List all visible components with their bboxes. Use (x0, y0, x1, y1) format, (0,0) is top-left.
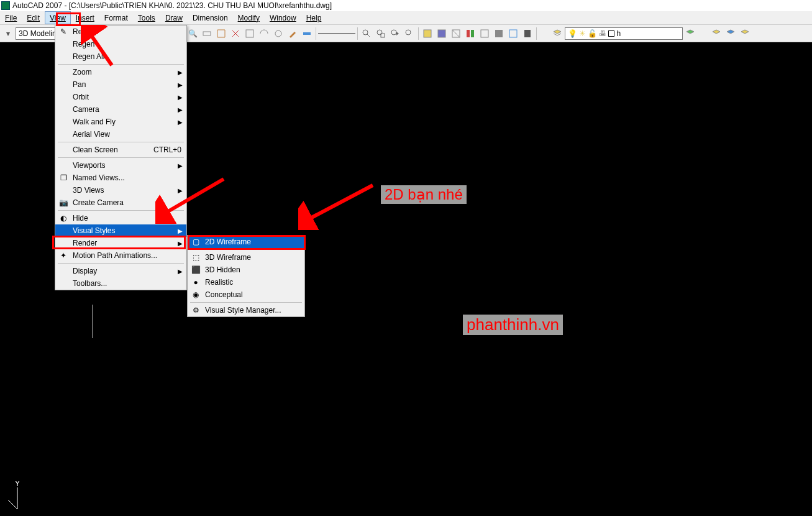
menu-modify[interactable]: Modify (233, 11, 265, 24)
menu-regen-all[interactable]: Regen All (55, 50, 186, 63)
lightbulb-icon: 💡 (568, 29, 577, 38)
zoom-window-icon[interactable] (374, 27, 388, 40)
separator (58, 142, 184, 142)
realistic-icon: ● (191, 277, 201, 287)
chevron-right-icon: ▶ (178, 268, 183, 275)
menu-redraw[interactable]: ✎Redraw (55, 25, 186, 38)
menu-render[interactable]: Render▶ (55, 237, 186, 249)
menu-format[interactable]: Format (99, 11, 133, 24)
dropdown-icon[interactable]: ▾ (1, 27, 15, 40)
wireframe-2d-icon: ▢ (191, 237, 201, 247)
menu-pan[interactable]: Pan▶ (55, 78, 186, 91)
layer-dropdown[interactable]: 💡 ☀ 🔓 🖶 h (565, 27, 683, 40)
menu-create-camera[interactable]: 📷Create Camera (55, 196, 186, 209)
menu-3d-hidden[interactable]: ⬛3D Hidden (188, 264, 304, 276)
svg-point-12 (391, 30, 396, 35)
menu-3d-wireframe[interactable]: ⬚3D Wireframe (188, 251, 304, 264)
svg-rect-6 (246, 30, 253, 37)
layer-name: h (616, 29, 621, 38)
lock-icon: 🔓 (588, 29, 597, 38)
menu-motion-path[interactable]: ✦Motion Path Animations... (55, 249, 186, 262)
tool-icon[interactable] (200, 27, 214, 40)
tool-icon[interactable] (257, 27, 271, 40)
separator (58, 263, 184, 264)
view-dropdown: ✎Redraw Regen Regen All Zoom▶ Pan▶ Orbit… (55, 25, 187, 290)
layers-icon[interactable] (550, 27, 564, 40)
chevron-right-icon: ▶ (178, 106, 183, 113)
separator (316, 27, 316, 40)
svg-rect-20 (495, 30, 503, 37)
svg-point-7 (275, 30, 281, 37)
properties-icon[interactable] (421, 27, 434, 40)
tool-icon[interactable] (271, 27, 285, 40)
svg-rect-5 (203, 32, 211, 35)
zoom-realtime-icon[interactable] (360, 27, 373, 40)
svg-line-27 (8, 500, 17, 509)
menu-2d-wireframe[interactable]: ▢2D Wireframe (188, 236, 304, 248)
separator (536, 27, 537, 40)
tool-icon[interactable] (214, 27, 228, 40)
calculator-icon[interactable] (521, 27, 534, 40)
menu-clean-screen[interactable]: Clean ScreenCTRL+0 (55, 144, 186, 156)
menu-window[interactable]: Window (265, 11, 301, 24)
wireframe-3d-icon: ⬚ (191, 252, 201, 262)
layers-icon[interactable] (709, 27, 723, 40)
svg-point-13 (406, 30, 411, 35)
menu-help[interactable]: Help (301, 11, 327, 24)
chevron-right-icon: ▶ (178, 94, 183, 101)
zoom-extents-icon[interactable] (403, 27, 416, 40)
tool-icon[interactable] (463, 27, 477, 40)
menu-file[interactable]: File (0, 11, 22, 24)
menu-display[interactable]: Display▶ (55, 265, 186, 277)
menu-regen[interactable]: Regen (55, 38, 186, 50)
menu-realistic[interactable]: ●Realistic (188, 276, 304, 288)
layers-icon[interactable] (724, 27, 737, 40)
menu-draw[interactable]: Draw (160, 11, 188, 24)
tool-icon[interactable] (478, 27, 491, 40)
svg-point-10 (377, 30, 382, 35)
menu-visual-styles[interactable]: Visual Styles▶ (55, 224, 186, 237)
tool-icon[interactable] (229, 27, 242, 40)
chevron-right-icon: ▶ (178, 240, 183, 247)
menu-hide[interactable]: ◐Hide (55, 212, 186, 224)
svg-rect-18 (471, 30, 474, 37)
separator (190, 249, 302, 250)
menu-edit[interactable]: Edit (22, 11, 45, 24)
menu-walk-fly[interactable]: Walk and Fly▶ (55, 116, 186, 128)
menu-tools[interactable]: Tools (133, 11, 160, 24)
window-title: AutoCAD 2007 - [C:\Users\Public\TRIEN KH… (12, 1, 332, 10)
menu-insert[interactable]: Insert (71, 11, 99, 24)
menu-zoom[interactable]: Zoom▶ (55, 66, 186, 78)
zoom-icon[interactable]: 🔍 (186, 27, 199, 40)
brush-icon[interactable] (286, 27, 299, 40)
menu-visual-style-manager[interactable]: ⚙Visual Style Manager... (188, 304, 304, 316)
svg-text:Y: Y (15, 481, 20, 488)
menu-conceptual[interactable]: ◉Conceptual (188, 288, 304, 301)
slider[interactable] (318, 32, 355, 35)
shortcut-label: CTRL+0 (153, 145, 181, 154)
tool-icon[interactable] (300, 27, 314, 40)
menu-camera[interactable]: Camera▶ (55, 103, 186, 116)
tool-icon[interactable] (492, 27, 506, 40)
menu-named-views[interactable]: ❐Named Views... (55, 172, 186, 184)
menu-orbit[interactable]: Orbit▶ (55, 91, 186, 103)
tool-icon[interactable] (449, 27, 463, 40)
layers-icon[interactable] (738, 27, 752, 40)
tool-icon[interactable] (243, 27, 257, 40)
menu-aerial-view[interactable]: Aerial View (55, 128, 186, 141)
separator (418, 27, 419, 40)
menu-view[interactable]: View (45, 11, 71, 24)
svg-rect-15 (438, 30, 445, 37)
menu-dimension[interactable]: Dimension (188, 11, 233, 24)
tool-icon[interactable] (435, 27, 449, 40)
separator (58, 157, 184, 158)
menu-viewports[interactable]: Viewports▶ (55, 159, 186, 172)
tool-icon[interactable] (506, 27, 520, 40)
camera-icon: 📷 (58, 198, 68, 208)
menu-3d-views[interactable]: 3D Views▶ (55, 184, 186, 196)
pencil-icon: ✎ (58, 27, 68, 37)
layer-states-icon[interactable] (683, 27, 697, 40)
separator (357, 27, 358, 40)
zoom-prev-icon[interactable] (388, 27, 402, 40)
menu-toolbars[interactable]: Toolbars... (55, 277, 186, 290)
